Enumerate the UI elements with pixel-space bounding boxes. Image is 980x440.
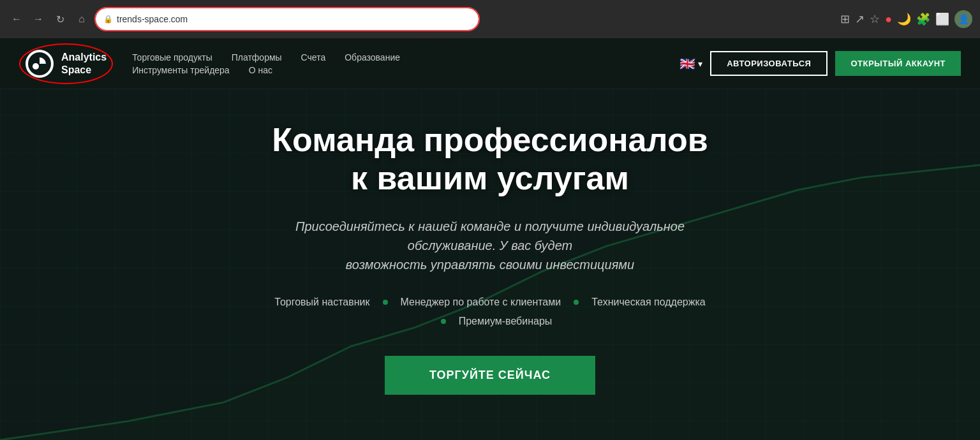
- nav-row-2: Инструменты трейдера О нас: [132, 65, 679, 75]
- feature-item-2: Техническая поддержка: [591, 297, 705, 308]
- navbar: Analytics Space Торговые продукты Платфо…: [0, 38, 980, 89]
- feature-separator-1: [574, 300, 579, 305]
- language-selector[interactable]: 🇬🇧 ▾: [679, 56, 702, 71]
- split-view-icon[interactable]: ⬜: [935, 12, 949, 26]
- feature-label-3: Премиум-вебинары: [459, 316, 553, 327]
- address-bar[interactable]: 🔒 trends-space.com: [96, 8, 479, 30]
- login-button[interactable]: АВТОРИЗОВАТЬСЯ: [710, 51, 828, 76]
- feature-label-1: Менеджер по работе с клиентами: [401, 297, 561, 308]
- feature-label-2: Техническая поддержка: [591, 297, 705, 308]
- url-text: trends-space.com: [117, 14, 188, 24]
- nav-links: Торговые продукты Платформы Счета Образо…: [132, 52, 679, 75]
- trade-now-button[interactable]: ТОРГУЙТЕ СЕЙЧАС: [385, 356, 595, 395]
- hero-subtitle: Присоединяйтесь к нашей команде и получи…: [203, 217, 777, 274]
- nav-link-platforms[interactable]: Платформы: [232, 52, 282, 62]
- features-row: Торговый наставник Менеджер по работе с …: [13, 297, 967, 327]
- hero-title: Команда профессионалов к вашим услугам: [13, 121, 967, 198]
- open-account-button[interactable]: ОТКРЫТЫЙ АККАУНТ: [835, 51, 961, 76]
- website: Analytics Space Торговые продукты Платфо…: [0, 38, 980, 440]
- nav-right: 🇬🇧 ▾ АВТОРИЗОВАТЬСЯ ОТКРЫТЫЙ АККАУНТ: [679, 51, 961, 76]
- logo-text: Analytics Space: [61, 51, 107, 75]
- refresh-button[interactable]: ↻: [51, 10, 69, 28]
- hero-section: Команда профессионалов к вашим услугам П…: [0, 89, 980, 414]
- lang-dropdown-arrow: ▾: [698, 59, 702, 69]
- extensions-icon[interactable]: 🧩: [916, 12, 930, 26]
- moon-icon[interactable]: 🌙: [897, 12, 911, 26]
- feature-dot-2: [441, 319, 446, 324]
- svg-point-2: [33, 63, 39, 70]
- nav-link-about[interactable]: О нас: [249, 65, 272, 75]
- bookmark-icon[interactable]: ☆: [870, 12, 880, 26]
- nav-link-trading-products[interactable]: Торговые продукты: [132, 52, 212, 62]
- feature-dot-0: [383, 300, 388, 305]
- feature-dot-1: [574, 300, 579, 305]
- forward-button[interactable]: →: [29, 10, 47, 28]
- browser-actions: ⊞ ↗ ☆ ● 🌙 🧩 ⬜ 👤: [840, 10, 972, 28]
- nav-row-1: Торговые продукты Платформы Счета Образо…: [132, 52, 679, 62]
- nav-link-trader-tools[interactable]: Инструменты трейдера: [132, 65, 230, 75]
- nav-link-accounts[interactable]: Счета: [301, 52, 326, 62]
- feature-item-0: Торговый наставник: [274, 297, 369, 308]
- translate-icon[interactable]: ⊞: [840, 12, 850, 26]
- logo-area[interactable]: Analytics Space: [19, 43, 113, 84]
- feature-item-1: Менеджер по работе с клиентами: [401, 297, 561, 308]
- feature-separator-2: [441, 316, 446, 327]
- share-icon[interactable]: ↗: [855, 12, 865, 26]
- logo-svg: [28, 52, 51, 75]
- profile-icon[interactable]: 👤: [954, 10, 972, 28]
- back-button[interactable]: ←: [8, 10, 26, 28]
- feature-item-3: Премиум-вебинары: [459, 316, 553, 327]
- feature-label-0: Торговый наставник: [274, 297, 369, 308]
- feature-separator-0: [383, 300, 388, 305]
- home-button[interactable]: ⌂: [73, 10, 91, 28]
- lock-icon: 🔒: [103, 15, 113, 24]
- flag-icon: 🇬🇧: [679, 56, 695, 71]
- opera-icon: ●: [885, 13, 892, 26]
- logo-icon: [26, 50, 54, 78]
- browser-nav-buttons: ← → ↻ ⌂: [8, 10, 91, 28]
- nav-link-education[interactable]: Образование: [345, 52, 400, 62]
- browser-chrome: ← → ↻ ⌂ 🔒 trends-space.com ⊞ ↗ ☆ ● 🌙 🧩 ⬜…: [0, 0, 980, 38]
